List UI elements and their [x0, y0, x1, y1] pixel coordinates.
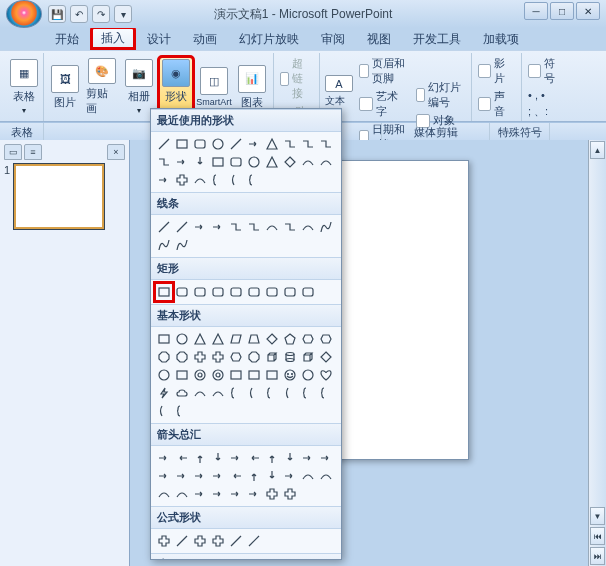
shape-item[interactable] [155, 236, 173, 254]
close-button[interactable]: ✕ [576, 2, 600, 20]
shape-item[interactable] [317, 366, 335, 384]
shape-item[interactable] [263, 153, 281, 171]
shape-item[interactable] [299, 153, 317, 171]
shape-item[interactable] [281, 384, 299, 402]
shape-item[interactable] [245, 366, 263, 384]
shape-item[interactable] [317, 330, 335, 348]
shape-item[interactable] [227, 135, 245, 153]
shape-item[interactable] [227, 532, 245, 550]
shape-item[interactable] [227, 283, 245, 301]
symbol-button[interactable]: 符号 [526, 55, 566, 87]
shape-item[interactable] [191, 171, 209, 189]
tab-view[interactable]: 视图 [356, 27, 402, 50]
shape-item[interactable] [173, 330, 191, 348]
shape-item[interactable] [209, 153, 227, 171]
shape-item[interactable] [281, 135, 299, 153]
shape-item[interactable] [317, 153, 335, 171]
shape-item[interactable] [209, 171, 227, 189]
shape-item[interactable] [173, 402, 191, 420]
shape-item[interactable] [281, 153, 299, 171]
shape-item[interactable] [191, 485, 209, 503]
shape-item[interactable] [191, 283, 209, 301]
thumbnail-tab[interactable]: ▭ [4, 144, 22, 160]
shape-item[interactable] [155, 449, 173, 467]
panel-close[interactable]: × [107, 144, 125, 160]
shape-item[interactable] [299, 366, 317, 384]
outline-tab[interactable]: ≡ [24, 144, 42, 160]
shape-item[interactable] [191, 532, 209, 550]
slidenumber-button[interactable]: 幻灯片编号 [414, 79, 468, 111]
shape-item[interactable] [173, 135, 191, 153]
shape-item[interactable] [245, 532, 263, 550]
shape-item[interactable] [263, 348, 281, 366]
shape-item[interactable] [155, 402, 173, 420]
shape-item[interactable] [155, 348, 173, 366]
shape-item[interactable] [209, 467, 227, 485]
shape-item[interactable] [299, 283, 317, 301]
shape-item[interactable] [299, 467, 317, 485]
shape-item[interactable] [173, 467, 191, 485]
tab-review[interactable]: 审阅 [310, 27, 356, 50]
shape-item[interactable] [245, 283, 263, 301]
shape-item[interactable] [173, 485, 191, 503]
shape-item[interactable] [263, 283, 281, 301]
shape-item[interactable] [191, 330, 209, 348]
shape-item[interactable] [155, 218, 173, 236]
prev-slide-button[interactable]: ⏮ [590, 527, 605, 545]
shape-item[interactable] [227, 171, 245, 189]
minimize-button[interactable]: ─ [524, 2, 548, 20]
shape-item[interactable] [191, 135, 209, 153]
shape-item[interactable] [245, 384, 263, 402]
shape-item[interactable] [299, 218, 317, 236]
shape-item[interactable] [299, 449, 317, 467]
shape-item[interactable] [299, 135, 317, 153]
shape-item[interactable] [245, 485, 263, 503]
shape-item[interactable] [209, 532, 227, 550]
shape-item[interactable] [191, 449, 209, 467]
shape-item[interactable] [209, 218, 227, 236]
shape-item[interactable] [191, 348, 209, 366]
shape-item[interactable] [227, 449, 245, 467]
next-slide-button[interactable]: ⏭ [590, 547, 605, 565]
shape-item[interactable] [155, 366, 173, 384]
sound-button[interactable]: 声音 [476, 88, 517, 120]
shape-item[interactable] [245, 348, 263, 366]
clipart-button[interactable]: 🎨剪贴画 [85, 57, 119, 117]
shape-item[interactable] [155, 135, 173, 153]
shape-item[interactable] [173, 153, 191, 171]
hyperlink-button[interactable]: 超链接 [278, 55, 315, 102]
shape-item[interactable] [155, 467, 173, 485]
undo-button[interactable]: ↶ [70, 5, 88, 23]
tab-animations[interactable]: 动画 [182, 27, 228, 50]
shape-item[interactable] [281, 366, 299, 384]
shape-item[interactable] [317, 449, 335, 467]
shape-item[interactable] [173, 218, 191, 236]
shape-item[interactable] [209, 366, 227, 384]
tab-slideshow[interactable]: 幻灯片放映 [228, 27, 310, 50]
slide-thumbnail[interactable]: 1 [4, 164, 125, 229]
shape-item[interactable] [155, 384, 173, 402]
shape-item[interactable] [227, 366, 245, 384]
shape-item[interactable] [155, 485, 173, 503]
shape-item[interactable] [155, 330, 173, 348]
tab-design[interactable]: 设计 [136, 27, 182, 50]
shape-item[interactable] [191, 153, 209, 171]
shape-item[interactable] [317, 135, 335, 153]
movie-button[interactable]: 影片 [476, 55, 517, 87]
shape-item[interactable] [209, 449, 227, 467]
wordart-button[interactable]: 艺术字 [357, 88, 411, 120]
shape-item[interactable] [245, 171, 263, 189]
shape-item[interactable] [209, 348, 227, 366]
shape-item[interactable] [317, 467, 335, 485]
shape-item[interactable] [263, 384, 281, 402]
shape-item[interactable] [227, 153, 245, 171]
tab-developer[interactable]: 开发工具 [402, 27, 472, 50]
shape-item[interactable] [155, 283, 173, 301]
shape-item[interactable] [209, 283, 227, 301]
shape-item[interactable] [155, 532, 173, 550]
shape-item[interactable] [173, 532, 191, 550]
maximize-button[interactable]: □ [550, 2, 574, 20]
shape-item[interactable] [263, 330, 281, 348]
shape-item[interactable] [155, 171, 173, 189]
shape-item[interactable] [227, 348, 245, 366]
